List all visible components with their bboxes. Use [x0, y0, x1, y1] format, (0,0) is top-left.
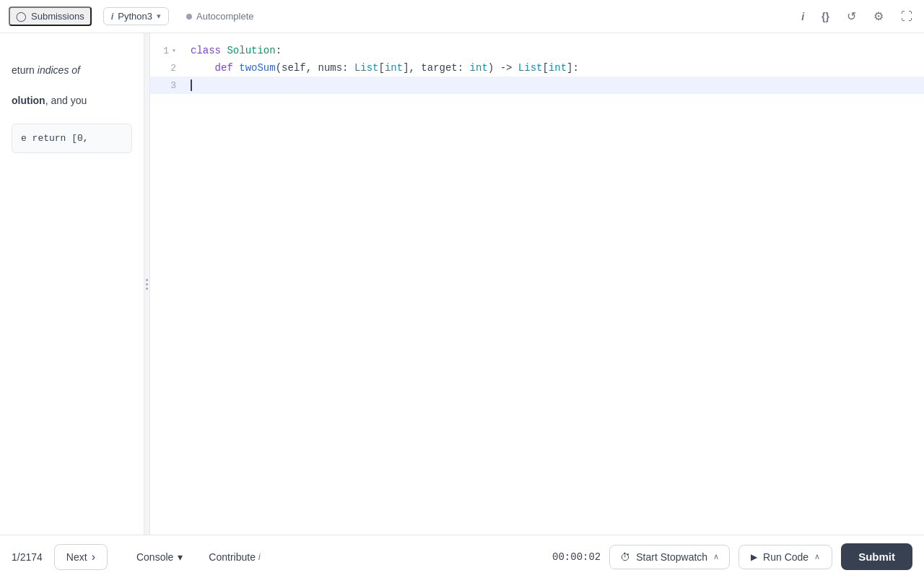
and-you-text: , and you [45, 95, 87, 106]
code-line-2: 2 def twoSum(self, nums: List[int], targ… [150, 59, 924, 77]
run-code-label: Run Code [763, 551, 808, 563]
settings-icon-btn[interactable]: ⚙ [871, 7, 886, 26]
submissions-label: Submissions [31, 11, 84, 22]
stopwatch-chevron-icon: ∧ [713, 552, 719, 561]
submissions-button[interactable]: ◯ Submissions [9, 7, 92, 26]
console-chevron-icon: ▾ [178, 551, 183, 563]
chevron-right-icon: › [92, 551, 95, 564]
next-button[interactable]: Next › [54, 544, 108, 570]
line-num-3: 3 [170, 80, 176, 91]
clock-icon: ◯ [16, 11, 27, 22]
bottom-bar: 1/2174 Next › Console ▾ Contribute i 00:… [0, 535, 924, 578]
submit-label: Submit [858, 551, 895, 563]
problem-text-line1: eturn indices of [12, 62, 132, 78]
code-content-2: def twoSum(self, nums: List[int], target… [185, 62, 579, 74]
language-selector[interactable]: i Python3 ▾ [103, 7, 169, 25]
language-label: Python3 [118, 11, 152, 22]
code-example-text: e return [0, [21, 133, 89, 144]
run-chevron-icon: ∧ [814, 552, 820, 561]
resize-dot-2 [146, 283, 148, 285]
resize-dots [146, 279, 148, 290]
chevron-down-icon: ▾ [157, 12, 161, 21]
submit-button[interactable]: Submit [841, 543, 912, 570]
stopwatch-button[interactable]: ⏱ Start Stopwatch ∧ [609, 545, 730, 569]
contribute-info-icon: i [258, 552, 261, 562]
code-editor[interactable]: 1 ▾ class Solution: 2 def twoSum(self, n… [150, 33, 924, 535]
indices-text: indices of [38, 64, 80, 76]
code-line-1: 1 ▾ class Solution: [150, 42, 924, 59]
line-num-1: 1 [163, 46, 169, 56]
contribute-label: Contribute [209, 551, 256, 563]
solution-text: olution [12, 95, 45, 106]
problem-counter: 1/2174 [12, 551, 43, 563]
code-content-3 [185, 79, 192, 91]
code-editor-panel: 1 ▾ class Solution: 2 def twoSum(self, n… [150, 33, 924, 535]
problem-text-section1: eturn indices of [12, 62, 132, 78]
braces-icon-btn[interactable]: {} [819, 8, 832, 25]
info-icon: i [111, 11, 114, 22]
toolbar-right-icons: i {} ↺ ⚙ ⛶ [798, 7, 915, 26]
contribute-button[interactable]: Contribute i [200, 545, 269, 569]
line-number-2: 2 [150, 63, 185, 74]
text-cursor [191, 79, 192, 91]
resize-dot-1 [146, 279, 148, 281]
code-lines: 1 ▾ class Solution: 2 def twoSum(self, n… [150, 33, 924, 103]
info-icon-btn[interactable]: i [798, 8, 807, 25]
code-line-3[interactable]: 3 [150, 77, 924, 94]
top-toolbar: ◯ Submissions i Python3 ▾ Autocomplete i… [0, 0, 924, 33]
line-num-2: 2 [170, 63, 176, 74]
main-content: eturn indices of olution, and you e retu… [0, 33, 924, 535]
console-button[interactable]: Console ▾ [128, 545, 191, 569]
panel-resize-handle[interactable] [144, 33, 150, 535]
run-play-icon: ▶ [751, 552, 757, 562]
timer-display: 00:00:02 [552, 551, 601, 563]
stopwatch-label: Start Stopwatch [636, 551, 707, 563]
line-number-1: 1 ▾ [150, 46, 185, 56]
console-label: Console [136, 551, 173, 563]
fold-icon-1: ▾ [172, 46, 176, 55]
autocomplete-label: Autocomplete [196, 11, 254, 22]
status-dot-icon [186, 14, 192, 20]
stopwatch-icon: ⏱ [620, 551, 630, 563]
expand-icon-btn[interactable]: ⛶ [898, 7, 915, 26]
autocomplete-button[interactable]: Autocomplete [180, 8, 260, 25]
problem-text-section2: olution, and you [12, 92, 132, 108]
run-code-button[interactable]: ▶ Run Code ∧ [738, 545, 832, 569]
line-number-3: 3 [150, 80, 185, 91]
return-text: eturn [12, 64, 38, 76]
resize-dot-3 [146, 288, 148, 290]
code-example-box: e return [0, [12, 124, 132, 153]
problem-text-line2: olution, and you [12, 92, 132, 108]
next-label: Next [66, 551, 87, 563]
code-content-1: class Solution: [185, 45, 282, 56]
refresh-icon-btn[interactable]: ↺ [844, 7, 859, 26]
problem-description-panel: eturn indices of olution, and you e retu… [0, 33, 144, 535]
